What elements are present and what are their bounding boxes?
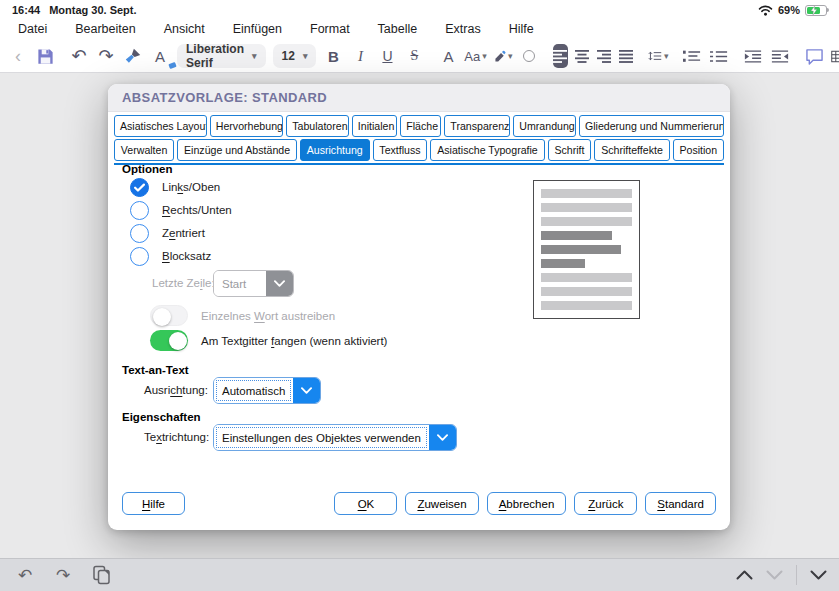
font-size-select[interactable]: 12 ▾ xyxy=(273,44,317,68)
chevron-down-icon xyxy=(274,280,285,287)
app-screen: 16:44 Montag 30. Sept. 69% Datei Bearbei… xyxy=(0,0,839,591)
text-direction-select[interactable]: Einstellungen des Objektes verwenden xyxy=(213,424,457,451)
character-case-button[interactable]: Aa▾ xyxy=(465,43,485,69)
chevron-up-icon[interactable] xyxy=(736,570,753,580)
paste-button[interactable] xyxy=(88,562,114,588)
back-button[interactable]: Zurück xyxy=(574,492,637,515)
align-justify-button[interactable] xyxy=(619,44,634,68)
insert-table-button[interactable]: ▾ xyxy=(831,43,839,69)
save-button[interactable] xyxy=(35,43,55,69)
ok-button[interactable]: OK xyxy=(334,492,397,515)
strikethrough-button[interactable]: S xyxy=(404,43,424,69)
undo-button-bottom[interactable]: ↶ xyxy=(12,562,38,588)
font-color-button[interactable]: A xyxy=(438,43,458,69)
highlight-color-button[interactable]: ▾ xyxy=(492,43,512,69)
alignment-select[interactable]: Automatisch xyxy=(213,377,321,404)
menu-tabelle[interactable]: Tabelle xyxy=(378,22,418,36)
text-direction-dropdown-button[interactable] xyxy=(429,425,456,450)
menu-ansicht[interactable]: Ansicht xyxy=(164,22,205,36)
menu-datei[interactable]: Datei xyxy=(18,22,47,36)
radio-label: Rechts/Unten xyxy=(162,204,232,216)
table-grid-icon xyxy=(831,49,839,64)
last-line-select[interactable]: Start xyxy=(213,270,294,297)
preview-line xyxy=(541,189,632,198)
text-to-text-heading: Text-an-Text xyxy=(122,364,189,376)
alignment-label: Ausrichtung: xyxy=(144,384,208,396)
align-center-button[interactable] xyxy=(575,44,590,68)
eraser-icon xyxy=(168,62,176,69)
bold-button[interactable]: B xyxy=(323,43,343,69)
chevron-down-icon: ▾ xyxy=(508,52,513,61)
toolbar: ‹ ↶ ↷ A Liberation Serif ▾ 12 xyxy=(0,40,839,73)
toggle-einzelnes-wort[interactable]: Einzelnes Wort austreiben xyxy=(150,305,335,326)
text-direction-value: Einstellungen des Objektes verwenden xyxy=(214,425,429,450)
radio-zentriert[interactable]: Zentriert xyxy=(130,222,205,244)
font-size-value: 12 xyxy=(282,49,295,63)
radio-label: Links/Oben xyxy=(162,181,220,193)
font-name-select[interactable]: Liberation Serif ▾ xyxy=(177,44,266,68)
alignment-dropdown-button[interactable] xyxy=(293,378,320,403)
highlighter-icon xyxy=(492,48,507,65)
last-line-dropdown-button[interactable] xyxy=(266,271,293,296)
redo-button-bottom[interactable]: ↷ xyxy=(50,562,76,588)
paragraph-style-dialog: ABSATZVORLAGE: STANDARD Asiatisches Layo… xyxy=(108,84,730,530)
case-label: Aa xyxy=(464,50,480,63)
clear-formatting-button[interactable]: A xyxy=(150,43,170,69)
preview-line xyxy=(541,287,632,296)
help-button[interactable]: Hilfe xyxy=(122,492,185,515)
menu-extras[interactable]: Extras xyxy=(445,22,480,36)
menu-einfuegen[interactable]: Einfügen xyxy=(233,22,282,36)
align-right-icon xyxy=(597,50,612,63)
redo-button[interactable]: ↷ xyxy=(96,43,116,69)
cancel-button[interactable]: Abbrechen xyxy=(487,492,567,515)
undo-button[interactable]: ↶ xyxy=(69,43,89,69)
unordered-list-icon xyxy=(710,49,728,64)
hide-keyboard-chevron-icon[interactable] xyxy=(810,570,827,580)
toggle-label: Am Textgitter fangen (wenn aktiviert) xyxy=(201,335,387,347)
back-chevron-icon[interactable]: ‹ xyxy=(8,43,28,69)
font-name-value: Liberation Serif xyxy=(186,42,244,70)
chevron-down-icon: ▾ xyxy=(664,52,669,61)
menu-bearbeiten[interactable]: Bearbeiten xyxy=(75,22,135,36)
chevron-down-icon: ▾ xyxy=(252,51,257,61)
align-left-icon xyxy=(553,50,568,63)
radio-blocksatz[interactable]: Blocksatz xyxy=(130,245,211,267)
line-spacing-icon xyxy=(648,48,661,64)
radio-label: Blocksatz xyxy=(162,250,211,262)
bottom-bar-separator xyxy=(796,565,797,585)
align-justify-icon xyxy=(619,50,634,63)
underline-button[interactable]: U xyxy=(377,43,397,69)
decrease-indent-button[interactable] xyxy=(770,43,790,69)
preview-line xyxy=(541,231,612,240)
text-direction-label: Textrichtung: xyxy=(144,431,209,443)
italic-button[interactable]: I xyxy=(350,43,370,69)
preview-line xyxy=(541,217,632,226)
battery-icon xyxy=(805,5,827,16)
apply-button[interactable]: Zuweisen xyxy=(405,492,478,515)
clipboard-icon xyxy=(92,565,111,585)
decrease-indent-icon xyxy=(771,49,789,64)
chevron-down-icon: ▾ xyxy=(482,52,487,61)
alignment-value: Automatisch xyxy=(214,378,293,403)
radio-button-icon xyxy=(130,201,149,220)
radio-links-oben[interactable]: Links/Oben xyxy=(130,176,220,198)
increase-indent-button[interactable] xyxy=(743,43,763,69)
menu-format[interactable]: Format xyxy=(310,22,350,36)
toggle-textgitter[interactable]: Am Textgitter fangen (wenn aktiviert) xyxy=(150,330,387,351)
insert-comment-button[interactable] xyxy=(804,43,824,69)
line-spacing-button[interactable]: ▾ xyxy=(648,43,668,69)
standard-button[interactable]: Standard xyxy=(645,492,716,515)
comment-bubble-icon xyxy=(805,48,824,65)
color-ring-icon[interactable] xyxy=(519,43,539,69)
clone-formatting-button[interactable] xyxy=(123,43,143,69)
menu-hilfe[interactable]: Hilfe xyxy=(509,22,534,36)
align-right-button[interactable] xyxy=(597,44,612,68)
ordered-list-button[interactable] xyxy=(682,43,702,69)
properties-heading: Eigenschaften xyxy=(122,411,201,423)
radio-label: Zentriert xyxy=(162,227,205,239)
radio-rechts-unten[interactable]: Rechts/Unten xyxy=(130,199,232,221)
unordered-list-button[interactable] xyxy=(709,43,729,69)
align-left-button[interactable] xyxy=(553,44,568,68)
keyboard-accessory-bar: ↶ ↷ xyxy=(0,558,839,591)
chevron-down-icon xyxy=(301,387,312,394)
